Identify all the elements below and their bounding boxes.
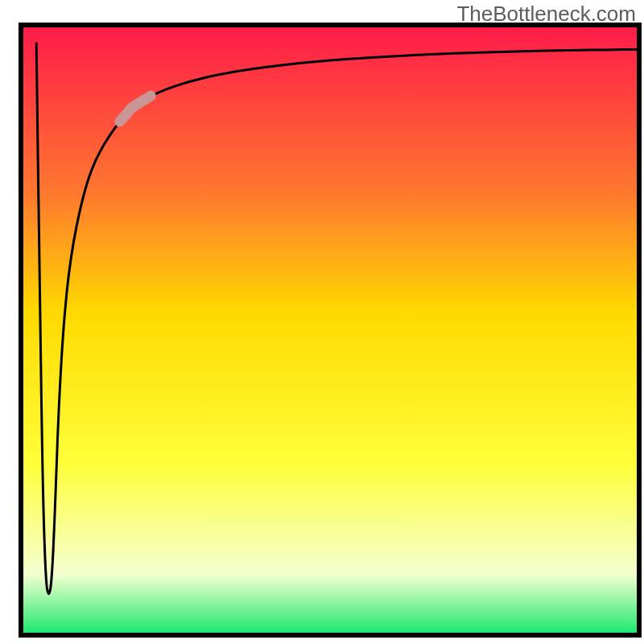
plot-background [21, 25, 639, 635]
bottleneck-chart [0, 0, 644, 644]
watermark-text: TheBottleneck.com [456, 2, 636, 27]
chart-stage: TheBottleneck.com [0, 0, 644, 644]
